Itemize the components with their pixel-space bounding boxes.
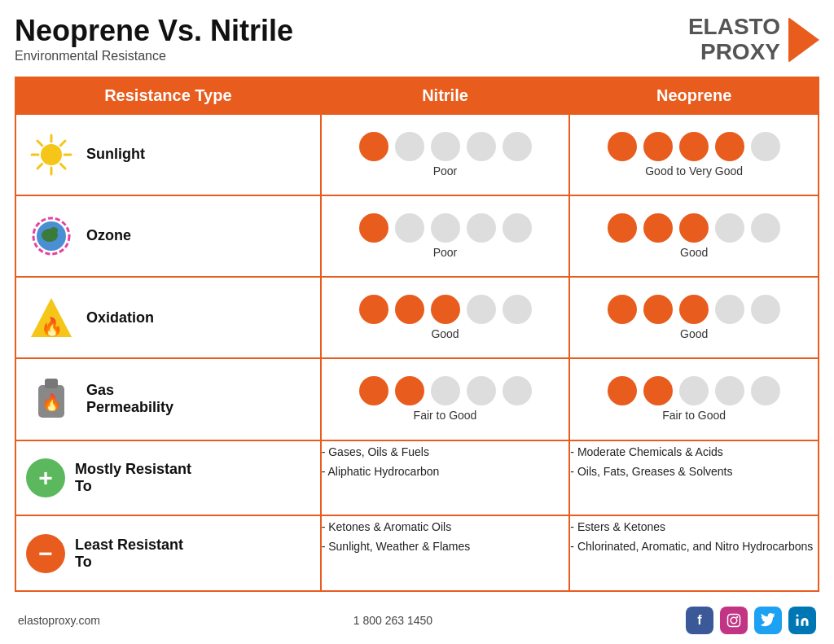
twitter-icon[interactable] bbox=[754, 607, 782, 634]
dot-filled bbox=[608, 132, 637, 161]
list-item: - Oils, Fats, Greases & Solvents bbox=[570, 463, 818, 480]
row-label: GasPermeability bbox=[86, 382, 173, 416]
list-item: - Sunlight, Weather & Flames bbox=[322, 538, 569, 555]
neoprene-cell: Fair to Good bbox=[569, 358, 819, 440]
facebook-icon[interactable]: f bbox=[686, 607, 713, 634]
nitrile-cell: Good bbox=[321, 277, 570, 358]
dot-empty bbox=[503, 132, 532, 161]
nitrile-rating-label: Good bbox=[322, 327, 569, 340]
list-item: - Aliphatic Hydrocarbon bbox=[322, 463, 569, 480]
dot-filled bbox=[643, 376, 673, 405]
row-label: Ozone bbox=[86, 227, 131, 244]
dot-filled bbox=[395, 376, 424, 405]
warning-icon: 🔥 bbox=[29, 296, 73, 339]
svg-point-20 bbox=[736, 616, 738, 618]
neoprene-rating-label: Fair to Good bbox=[570, 409, 818, 422]
table-row: − Least ResistantTo - Ketones & Aromatic… bbox=[15, 515, 819, 591]
type-cell: Ozone bbox=[15, 195, 321, 277]
nitrile-text-cell: - Gases, Oils & Fuels- Aliphatic Hydroca… bbox=[321, 440, 570, 516]
svg-line-4 bbox=[37, 164, 42, 169]
dot-filled bbox=[608, 213, 637, 243]
table-row: + Mostly ResistantTo - Gases, Oils & Fue… bbox=[15, 440, 819, 516]
dot-empty bbox=[751, 132, 780, 161]
nitrile-cell: Poor bbox=[321, 114, 570, 195]
type-cell: + Mostly ResistantTo bbox=[15, 440, 321, 516]
dot-filled bbox=[679, 132, 709, 161]
col-header-neoprene: Neoprene bbox=[569, 77, 819, 114]
dot-empty bbox=[431, 213, 460, 243]
footer-phone: 1 800 263 1450 bbox=[353, 614, 432, 627]
type-cell: 🔥 GasPermeability bbox=[15, 358, 321, 440]
svg-point-0 bbox=[41, 144, 62, 165]
plus-icon: + bbox=[26, 458, 65, 497]
svg-line-8 bbox=[60, 141, 65, 146]
nitrile-cell: Poor bbox=[321, 195, 570, 277]
svg-point-19 bbox=[731, 617, 737, 624]
linkedin-icon[interactable] bbox=[788, 607, 816, 634]
dot-filled bbox=[359, 213, 388, 243]
header: Neoprene Vs. Nitrile Environmental Resis… bbox=[15, 15, 819, 65]
icon-ozone bbox=[28, 212, 75, 260]
svg-point-11 bbox=[50, 227, 58, 234]
neoprene-cell: Good bbox=[569, 277, 819, 358]
dot-empty bbox=[467, 132, 496, 161]
list-item: - Gases, Oils & Fuels bbox=[322, 444, 569, 461]
dot-empty bbox=[751, 376, 780, 405]
neoprene-text-cell: - Esters & Ketones- Chlorinated, Aromati… bbox=[569, 515, 819, 591]
dot-filled bbox=[643, 213, 673, 243]
dot-empty bbox=[751, 213, 780, 243]
dot-empty bbox=[467, 376, 496, 405]
dot-filled bbox=[359, 376, 388, 405]
dot-empty bbox=[467, 295, 496, 324]
dot-empty bbox=[395, 132, 424, 161]
list-item: - Moderate Chemicals & Acids bbox=[570, 444, 818, 461]
dot-filled bbox=[395, 295, 424, 324]
dot-empty bbox=[715, 295, 744, 324]
logo-arrow-icon bbox=[788, 17, 819, 63]
type-cell: 🔥 Oxidation bbox=[15, 277, 321, 358]
comparison-table: Resistance Type Nitrile Neoprene Sunligh… bbox=[15, 77, 819, 592]
dot-empty bbox=[503, 376, 532, 405]
neoprene-cell: Good to Very Good bbox=[569, 114, 819, 195]
neoprene-text-cell: - Moderate Chemicals & Acids- Oils, Fats… bbox=[569, 440, 819, 516]
dot-filled bbox=[679, 295, 709, 324]
dot-empty bbox=[715, 376, 744, 405]
dot-filled bbox=[643, 295, 673, 324]
dot-empty bbox=[431, 132, 460, 161]
row-label: Least ResistantTo bbox=[75, 537, 183, 571]
dot-filled bbox=[608, 376, 637, 405]
dot-filled bbox=[715, 132, 744, 161]
footer-website: elastoproxy.com bbox=[18, 614, 100, 627]
table-row: Ozone Poor Good bbox=[15, 195, 819, 277]
dot-empty bbox=[751, 295, 780, 324]
logo-text-line1: ELASTO PROXY bbox=[688, 15, 780, 65]
list-item: - Chlorinated, Aromatic, and Nitro Hydro… bbox=[570, 538, 818, 555]
row-label: Mostly ResistantTo bbox=[75, 461, 191, 495]
svg-line-6 bbox=[37, 141, 42, 146]
svg-rect-16 bbox=[45, 379, 58, 388]
dot-empty bbox=[503, 295, 532, 324]
gas-icon: 🔥 bbox=[33, 375, 69, 423]
nitrile-rating-label: Poor bbox=[322, 164, 569, 177]
icon-plus: + bbox=[26, 458, 65, 497]
dot-empty bbox=[715, 213, 744, 243]
icon-sun bbox=[28, 131, 75, 178]
row-label: Sunlight bbox=[86, 146, 145, 163]
logo: ELASTO PROXY bbox=[688, 15, 819, 65]
instagram-icon[interactable] bbox=[720, 607, 748, 634]
svg-text:🔥: 🔥 bbox=[41, 316, 64, 338]
neoprene-cell: Good bbox=[569, 195, 819, 277]
svg-point-21 bbox=[796, 615, 798, 617]
dot-filled bbox=[431, 295, 460, 324]
dot-filled bbox=[643, 132, 673, 161]
nitrile-rating-label: Poor bbox=[322, 246, 569, 259]
dot-filled bbox=[359, 295, 388, 324]
page-wrapper: Neoprene Vs. Nitrile Environmental Resis… bbox=[0, 0, 834, 644]
minus-icon: − bbox=[26, 534, 65, 573]
dot-empty bbox=[503, 213, 532, 243]
row-label: Oxidation bbox=[86, 309, 154, 326]
ozone-icon bbox=[29, 214, 73, 258]
col-header-nitrile: Nitrile bbox=[321, 77, 570, 114]
dot-empty bbox=[431, 376, 460, 405]
type-cell: Sunlight bbox=[15, 114, 321, 195]
